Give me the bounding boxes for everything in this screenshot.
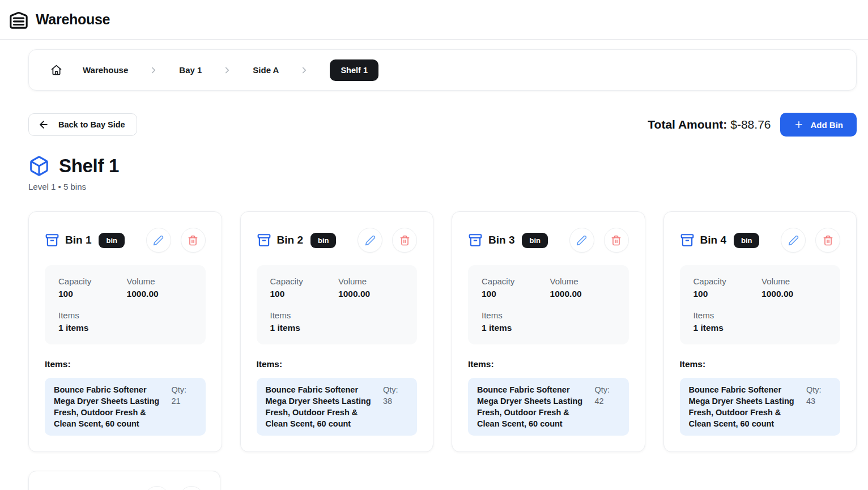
bins-grid-row-2 — [28, 471, 220, 490]
capacity-value: 100 — [270, 289, 339, 299]
item-qty: Qty:38 — [383, 384, 408, 429]
arrow-left-icon — [38, 119, 49, 130]
item-row: Bounce Fabric Softener Mega Dryer Sheets… — [680, 378, 841, 436]
edit-bin-button[interactable] — [146, 228, 171, 253]
pencil-icon — [576, 235, 587, 246]
stat-items: Items1 items — [58, 310, 127, 333]
volume-value: 1000.00 — [761, 289, 827, 299]
top-bar: Warehouse — [0, 0, 868, 40]
trash-icon — [188, 235, 198, 246]
main-content: Warehouse Bay 1 Side A Shelf 1 Back to B… — [0, 40, 868, 490]
add-bin-label: Add Bin — [811, 120, 844, 130]
volume-label: Volume — [550, 276, 615, 286]
item-row: Bounce Fabric Softener Mega Dryer Sheets… — [468, 378, 629, 436]
bin-name: Bin 2 — [277, 234, 303, 246]
volume-label: Volume — [761, 276, 827, 286]
back-button-label: Back to Bay Side — [58, 120, 125, 129]
stat-volume: Volume1000.00 — [550, 276, 615, 299]
total-amount: Total Amount:$-88.76 — [648, 118, 771, 131]
stat-capacity: Capacity100 — [482, 276, 550, 299]
item-name: Bounce Fabric Softener Mega Dryer Sheets… — [477, 384, 589, 429]
edit-bin-button[interactable] — [781, 228, 806, 253]
toolbar-row: Back to Bay Side Total Amount:$-88.76 Ad… — [28, 113, 857, 137]
bin-type-badge: bin — [99, 233, 125, 248]
bin-card-header — [45, 486, 204, 490]
capacity-label: Capacity — [58, 276, 127, 286]
item-row: Bounce Fabric Softener Mega Dryer Sheets… — [257, 378, 418, 436]
item-name: Bounce Fabric Softener Mega Dryer Sheets… — [266, 384, 378, 429]
bin-type-badge: bin — [734, 233, 760, 248]
volume-label: Volume — [338, 276, 403, 286]
qty-label: Qty: — [172, 384, 197, 395]
edit-bin-button[interactable] — [144, 486, 169, 490]
bin-stats: Capacity100 Volume1000.00 Items1 items — [468, 265, 629, 344]
page-title: Shelf 1 — [59, 155, 119, 177]
breadcrumb-warehouse[interactable]: Warehouse — [83, 65, 128, 75]
items-heading: Items: — [45, 359, 206, 369]
item-row: Bounce Fabric Softener Mega Dryer Sheets… — [45, 378, 206, 436]
chevron-right-icon — [148, 65, 159, 75]
items-value: 1 items — [58, 323, 127, 333]
package-icon — [28, 155, 50, 177]
delete-bin-button[interactable] — [181, 228, 206, 253]
item-qty: Qty:21 — [172, 384, 197, 429]
add-bin-button[interactable]: Add Bin — [780, 113, 857, 137]
qty-label: Qty: — [806, 384, 831, 395]
pencil-icon — [153, 235, 164, 246]
stat-capacity: Capacity100 — [693, 276, 762, 299]
items-label: Items — [58, 310, 127, 320]
qty-value: 21 — [172, 395, 197, 407]
bin-actions — [358, 228, 417, 253]
capacity-value: 100 — [482, 289, 550, 299]
stat-items: Items1 items — [693, 310, 762, 333]
edit-bin-button[interactable] — [569, 228, 594, 253]
back-to-bay-side-button[interactable]: Back to Bay Side — [28, 113, 137, 136]
stat-volume: Volume1000.00 — [761, 276, 827, 299]
bin-card-header: Bin 2 bin — [257, 228, 418, 253]
delete-bin-button[interactable] — [604, 228, 629, 253]
qty-label: Qty: — [595, 384, 620, 395]
items-label: Items — [482, 310, 550, 320]
pencil-icon — [365, 235, 376, 246]
pencil-icon — [788, 235, 799, 246]
capacity-value: 100 — [693, 289, 762, 299]
delete-bin-button[interactable] — [815, 228, 840, 253]
capacity-label: Capacity — [482, 276, 550, 286]
breadcrumb: Warehouse Bay 1 Side A Shelf 1 — [28, 49, 857, 91]
bin-card: Bin 1 bin Capacity100 Volume1000.00 Item… — [28, 211, 222, 452]
breadcrumb-side[interactable]: Side A — [253, 65, 279, 75]
qty-value: 43 — [806, 395, 831, 407]
bin-card-partial — [28, 471, 220, 490]
delete-bin-button[interactable] — [392, 228, 417, 253]
chevron-right-icon — [299, 65, 309, 75]
breadcrumb-bay[interactable]: Bay 1 — [179, 65, 202, 75]
items-value: 1 items — [270, 323, 339, 333]
qty-label: Qty: — [383, 384, 408, 395]
edit-bin-button[interactable] — [358, 228, 382, 253]
items-heading: Items: — [680, 359, 841, 369]
home-icon[interactable] — [50, 64, 62, 76]
trash-icon — [611, 235, 622, 246]
chevron-right-icon — [222, 65, 232, 75]
bin-stats: Capacity100 Volume1000.00 Items1 items — [257, 265, 418, 344]
capacity-label: Capacity — [270, 276, 339, 286]
bin-box-icon — [257, 233, 271, 248]
bin-name: Bin 3 — [488, 234, 514, 246]
stat-items: Items1 items — [482, 310, 550, 333]
bin-stats: Capacity100 Volume1000.00 Items1 items — [45, 265, 206, 344]
bin-actions — [569, 228, 629, 253]
item-qty: Qty:42 — [595, 384, 620, 429]
volume-value: 1000.00 — [550, 289, 615, 299]
bin-actions — [781, 228, 840, 253]
bin-type-badge: bin — [310, 233, 337, 248]
shelf-subtitle: Level 1 • 5 bins — [28, 182, 857, 191]
shelf-header: Shelf 1 — [28, 155, 857, 177]
volume-value: 1000.00 — [338, 289, 403, 299]
bin-actions — [144, 486, 204, 490]
delete-bin-button[interactable] — [179, 486, 204, 490]
items-heading: Items: — [468, 359, 629, 369]
stat-items: Items1 items — [270, 310, 339, 333]
bin-card-header: Bin 3 bin — [468, 228, 629, 253]
bin-card: Bin 4 bin Capacity100 Volume1000.00 Item… — [663, 211, 857, 452]
bin-card: Bin 3 bin Capacity100 Volume1000.00 Item… — [452, 211, 645, 452]
